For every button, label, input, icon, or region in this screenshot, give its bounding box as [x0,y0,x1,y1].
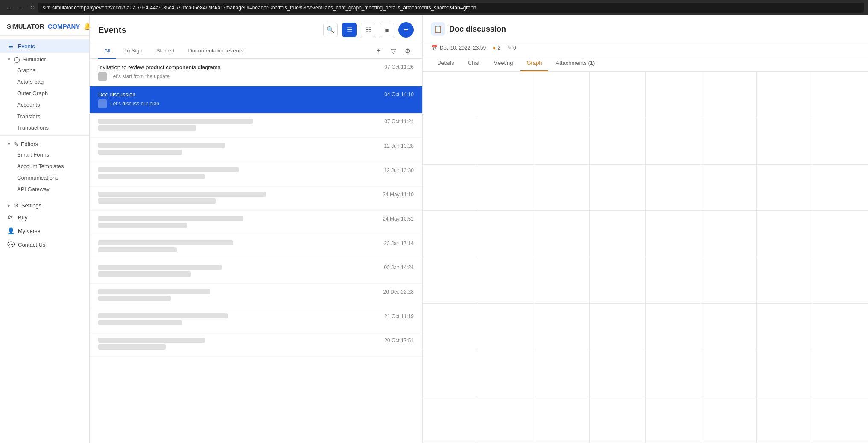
meta-date: 📅 Dec 10, 2022; 23:59 [431,45,486,51]
detail-tab-graph[interactable]: Graph [520,55,548,71]
notification-bell-icon[interactable]: 🔔 [83,22,90,30]
sidebar-item-graphs[interactable]: Graphs [0,64,89,76]
sidebar-label-communications: Communications [17,175,58,181]
event-title-blurred [98,216,243,221]
event-item[interactable]: 24 May 11:10 [90,187,422,211]
sidebar-label-editors: Editors [21,141,38,147]
graph-cell [757,350,812,397]
sidebar-item-transfers[interactable]: Transfers [0,111,89,122]
event-time: 07 Oct 11:21 [384,119,414,125]
event-subtitle-blurred [98,320,182,325]
event-item[interactable]: 20 Oct 17:51 [90,332,422,357]
graph-cell [812,257,868,304]
sidebar: SIMULATORCOMPANY 🔔 ☰ Events ▼ ◯ Simulato… [0,15,90,443]
event-title: Invitation to review product components … [98,64,379,70]
sidebar-item-account-templates[interactable]: Account Templates [0,160,89,172]
graph-cell [701,165,757,211]
sidebar-item-events[interactable]: ☰ Events [0,39,89,53]
sidebar-item-smart-forms[interactable]: Smart Forms [0,149,89,160]
event-item[interactable]: Invitation to review product components … [90,59,422,86]
event-item[interactable]: Doc discussion Let's discuss our plan 04… [90,86,422,114]
tab-settings-button[interactable]: ⚙ [402,45,414,57]
filter-button[interactable]: ▽ [387,45,399,57]
graph-cell [701,350,757,397]
events-header: Events 🔍 ☰ ☷ ■ + [90,15,422,43]
detail-tabs: Details Chat Meeting Graph Attachments (… [423,55,868,71]
sidebar-item-outer-graph[interactable]: Outer Graph [0,87,89,99]
sidebar-item-api-gateway[interactable]: API Gateway [0,184,89,195]
add-tab-button[interactable]: + [373,45,385,57]
event-subtitle-blurred [98,247,177,252]
sidebar-item-transactions[interactable]: Transactions [0,122,89,134]
graph-cell [646,165,701,211]
graph-cell [701,72,757,118]
app-layout: SIMULATORCOMPANY 🔔 ☰ Events ▼ ◯ Simulato… [0,15,868,443]
tab-starred[interactable]: Starred [150,43,181,59]
list-view-button[interactable]: ☰ [342,23,357,37]
event-info [98,289,378,303]
sidebar-item-actors-bag[interactable]: Actors bag [0,76,89,87]
event-title-blurred [98,338,205,343]
graph-cell [423,118,478,165]
sidebar-label-actors-bag: Actors bag [17,79,44,85]
add-event-button[interactable]: + [398,22,414,38]
detail-tab-details[interactable]: Details [431,55,460,71]
graph-cell [701,396,757,443]
event-subtitle-blurred [98,150,182,155]
sidebar-label-buy: Buy [18,214,27,221]
calendar-icon: 📅 [431,45,438,51]
event-item[interactable]: 21 Oct 11:19 [90,308,422,332]
graph-cell [646,396,701,443]
event-time: 26 Dec 22:28 [383,289,414,295]
graph-cell [701,211,757,257]
event-item[interactable]: 02 Jan 14:24 [90,259,422,284]
avatar [98,99,107,108]
graph-cell [590,118,645,165]
event-item[interactable]: 07 Oct 11:21 [90,114,422,138]
tab-to-sign[interactable]: To Sign [118,43,148,59]
graph-cell [478,165,534,211]
graph-cell [534,257,590,304]
forward-button[interactable]: → [17,3,26,12]
tab-documentation-events[interactable]: Documentation events [182,43,249,59]
tab-all[interactable]: All [98,43,116,59]
sidebar-item-communications[interactable]: Communications [0,172,89,184]
grid-view-button[interactable]: ☷ [361,23,375,37]
event-subtitle-blurred [98,296,171,301]
graph-cell [590,257,645,304]
detail-tab-chat[interactable]: Chat [462,55,485,71]
url-bar[interactable] [38,3,864,13]
event-time: 04 Oct 14:10 [384,91,414,97]
sidebar-section-editors[interactable]: ▼ ✎ Editors [0,137,89,149]
logo-company: COMPANY [48,23,80,30]
sidebar-item-buy[interactable]: 🛍 Buy [0,210,89,224]
search-button[interactable]: 🔍 [323,23,338,37]
event-title-blurred [98,143,225,148]
columns-view-button[interactable]: ■ [380,23,394,37]
detail-tab-meeting[interactable]: Meeting [487,55,519,71]
content-area: Events 🔍 ☰ ☷ ■ + All To Sign Starred Doc… [90,15,868,443]
sidebar-item-my-verse[interactable]: 👤 My verse [0,224,89,238]
events-panel: Events 🔍 ☰ ☷ ■ + All To Sign Starred Doc… [90,15,423,443]
graph-cell [590,165,645,211]
reload-button[interactable]: ↻ [30,4,35,11]
settings-icon: ⚙ [14,202,19,209]
sidebar-navigation: ☰ Events ▼ ◯ Simulator Graphs Actors bag… [0,36,89,443]
event-subtitle-blurred [98,125,196,131]
sidebar-section-simulator[interactable]: ▼ ◯ Simulator [0,53,89,64]
sidebar-section-settings[interactable]: ► ⚙ Settings [0,199,89,210]
event-item[interactable]: 26 Dec 22:28 [90,284,422,308]
event-item[interactable]: 12 Jun 13:30 [90,162,422,187]
sidebar-label-smart-forms: Smart Forms [17,152,49,158]
detail-tab-attachments[interactable]: Attachments (1) [550,55,601,71]
event-item[interactable]: 24 May 10:52 [90,211,422,235]
browser-bar: ← → ↻ [0,0,868,15]
sidebar-item-contact-us[interactable]: 💬 Contact Us [0,238,89,251]
event-item[interactable]: 12 Jun 13:28 [90,138,422,162]
graph-cell [590,72,645,118]
graph-area [423,71,868,443]
event-info [98,265,379,278]
event-item[interactable]: 23 Jan 17:14 [90,235,422,259]
back-button[interactable]: ← [4,3,14,12]
sidebar-item-accounts[interactable]: Accounts [0,99,89,111]
